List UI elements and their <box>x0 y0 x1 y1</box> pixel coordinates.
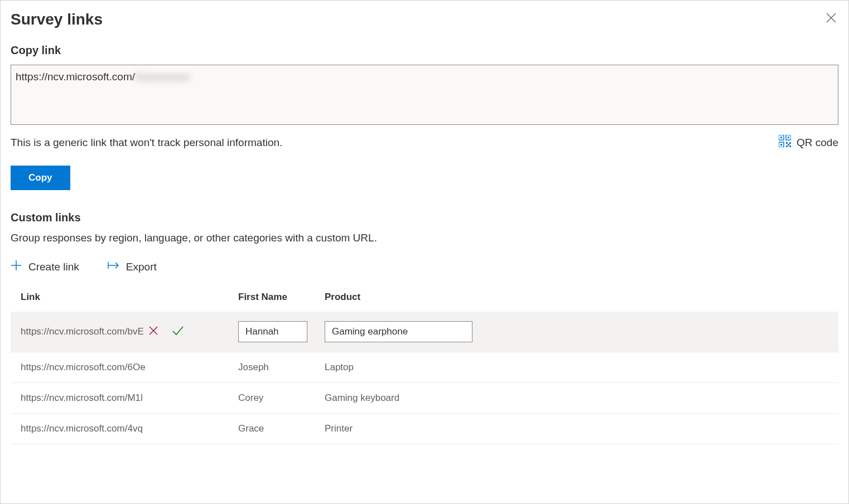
link-url-blurred: Xxxxxxxxxx <box>135 71 190 83</box>
svg-rect-7 <box>780 144 782 146</box>
export-label: Export <box>126 261 157 273</box>
copy-button[interactable]: Copy <box>11 166 70 190</box>
svg-rect-11 <box>788 144 789 146</box>
generic-link-info: This is a generic link that won't track … <box>11 137 282 149</box>
link-text: https://ncv.microsoft.com/6Oe <box>21 362 146 373</box>
cell-product <box>325 321 828 342</box>
table-header: Link First Name Product <box>11 292 838 312</box>
info-row: This is a generic link that won't track … <box>11 135 838 150</box>
cell-product: Laptop <box>325 362 828 373</box>
panel-title: Survey links <box>11 11 103 28</box>
svg-rect-9 <box>789 142 791 144</box>
cell-first-name: Grace <box>238 423 325 434</box>
copy-link-heading: Copy link <box>11 44 838 57</box>
create-link-label: Create link <box>28 261 79 273</box>
qr-code-icon <box>779 135 791 150</box>
export-icon <box>107 260 119 273</box>
cell-link: https://ncv.microsoft.com/bvE <box>21 326 238 338</box>
cell-product: Printer <box>325 423 828 434</box>
table-row[interactable]: https://ncv.microsoft.com/4vqGracePrinte… <box>11 414 838 444</box>
custom-links-table: Link First Name Product https://ncv.micr… <box>11 292 838 444</box>
link-text: https://ncv.microsoft.com/M1l <box>21 392 143 404</box>
cancel-icon[interactable] <box>148 326 158 338</box>
first-name-input[interactable] <box>238 321 307 342</box>
create-link-button[interactable]: Create link <box>11 260 79 274</box>
svg-rect-8 <box>786 142 788 144</box>
svg-rect-12 <box>789 146 791 147</box>
link-text: https://ncv.microsoft.com/4vq <box>21 423 143 434</box>
qr-code-label: QR code <box>797 137 838 149</box>
qr-code-button[interactable]: QR code <box>779 135 838 150</box>
link-url-prefix: https://ncv.microsoft.com/ <box>16 71 135 83</box>
table-row[interactable]: https://ncv.microsoft.com/6OeJosephLapto… <box>11 352 838 383</box>
table-row[interactable]: https://ncv.microsoft.com/bvE <box>11 312 838 352</box>
cell-first-name <box>238 321 325 342</box>
svg-rect-3 <box>780 137 782 138</box>
custom-links-heading: Custom links <box>11 211 838 224</box>
cell-first-name: Joseph <box>238 362 325 373</box>
custom-links-description: Group responses by region, language, or … <box>11 232 838 244</box>
close-button[interactable] <box>824 11 838 27</box>
cell-link: https://ncv.microsoft.com/M1l <box>21 392 238 404</box>
generic-link-field[interactable]: https://ncv.microsoft.com/Xxxxxxxxxx <box>11 65 838 125</box>
action-row: Create link Export <box>11 260 838 274</box>
table-row[interactable]: https://ncv.microsoft.com/M1lCoreyGaming… <box>11 383 838 414</box>
header-link: Link <box>21 292 238 303</box>
link-text: https://ncv.microsoft.com/bvE <box>21 326 144 337</box>
product-input[interactable] <box>325 321 472 342</box>
plus-icon <box>11 260 22 274</box>
header-product: Product <box>325 292 828 303</box>
svg-rect-10 <box>786 146 788 147</box>
cell-first-name: Corey <box>238 392 325 404</box>
confirm-icon[interactable] <box>172 326 184 338</box>
header-first-name: First Name <box>238 292 325 303</box>
table-body: https://ncv.microsoft.com/bvEhttps://ncv… <box>11 312 838 444</box>
cell-link: https://ncv.microsoft.com/4vq <box>21 423 238 434</box>
panel-header: Survey links <box>11 11 838 28</box>
cell-product: Gaming keyboard <box>325 392 828 404</box>
cell-link: https://ncv.microsoft.com/6Oe <box>21 362 238 373</box>
close-icon <box>826 13 836 23</box>
survey-links-panel: Survey links Copy link https://ncv.micro… <box>0 0 849 504</box>
export-button[interactable]: Export <box>107 260 157 274</box>
svg-rect-5 <box>788 137 789 138</box>
